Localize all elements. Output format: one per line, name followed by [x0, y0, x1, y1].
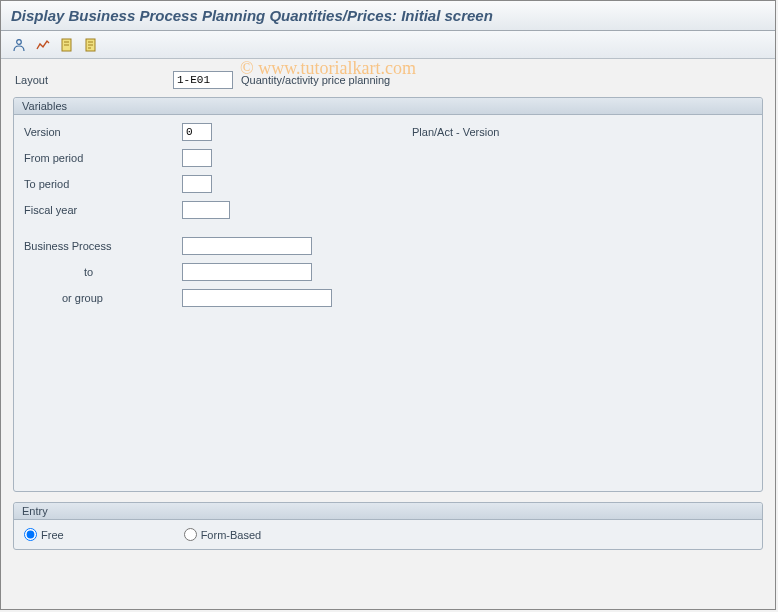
bp-to-input[interactable] [182, 263, 312, 281]
bp-group-input[interactable] [182, 289, 332, 307]
content-area: Layout Quantity/activity price planning … [1, 59, 775, 560]
entry-groupbox: Entry Free Form-Based [13, 502, 763, 550]
to-period-row: To period [22, 173, 754, 195]
version-input[interactable] [182, 123, 212, 141]
to-period-label: To period [22, 178, 182, 190]
layout-input[interactable] [173, 71, 233, 89]
entry-form-based-radio[interactable]: Form-Based [184, 528, 262, 541]
layout-label: Layout [13, 74, 173, 86]
fiscal-year-row: Fiscal year [22, 199, 754, 221]
spacer [22, 225, 754, 235]
bp-to-row: to [22, 261, 754, 283]
variables-groupbox: Variables Version Plan/Act - Version Fro… [13, 97, 763, 492]
main-window: Display Business Process Planning Quanti… [0, 0, 776, 610]
user-profile-icon[interactable] [9, 35, 29, 55]
layout-row: Layout Quantity/activity price planning [13, 69, 763, 91]
entry-form-based-label: Form-Based [201, 529, 262, 541]
document-alt-icon[interactable] [81, 35, 101, 55]
business-process-row: Business Process [22, 235, 754, 257]
version-desc: Plan/Act - Version [412, 126, 499, 138]
bp-group-label: or group [22, 292, 182, 304]
fiscal-year-label: Fiscal year [22, 204, 182, 216]
fiscal-year-input[interactable] [182, 201, 230, 219]
bp-to-label: to [22, 266, 182, 278]
entry-free-label: Free [41, 529, 64, 541]
document-icon[interactable] [57, 35, 77, 55]
layout-desc: Quantity/activity price planning [241, 74, 390, 86]
to-period-input[interactable] [182, 175, 212, 193]
screen-title: Display Business Process Planning Quanti… [11, 7, 493, 24]
business-process-label: Business Process [22, 240, 182, 252]
entry-form-based-radio-input[interactable] [184, 528, 197, 541]
bp-group-row: or group [22, 287, 754, 309]
entry-body: Free Form-Based [14, 520, 762, 549]
variables-title: Variables [14, 98, 762, 115]
entry-title: Entry [14, 503, 762, 520]
version-row: Version Plan/Act - Version [22, 121, 754, 143]
overview-icon[interactable] [33, 35, 53, 55]
entry-free-radio-input[interactable] [24, 528, 37, 541]
toolbar [1, 31, 775, 59]
entry-free-radio[interactable]: Free [24, 528, 64, 541]
title-bar: Display Business Process Planning Quanti… [1, 1, 775, 31]
from-period-row: From period [22, 147, 754, 169]
from-period-input[interactable] [182, 149, 212, 167]
business-process-input[interactable] [182, 237, 312, 255]
from-period-label: From period [22, 152, 182, 164]
svg-point-0 [17, 39, 22, 44]
version-label: Version [22, 126, 182, 138]
variables-body: Version Plan/Act - Version From period T… [14, 115, 762, 319]
